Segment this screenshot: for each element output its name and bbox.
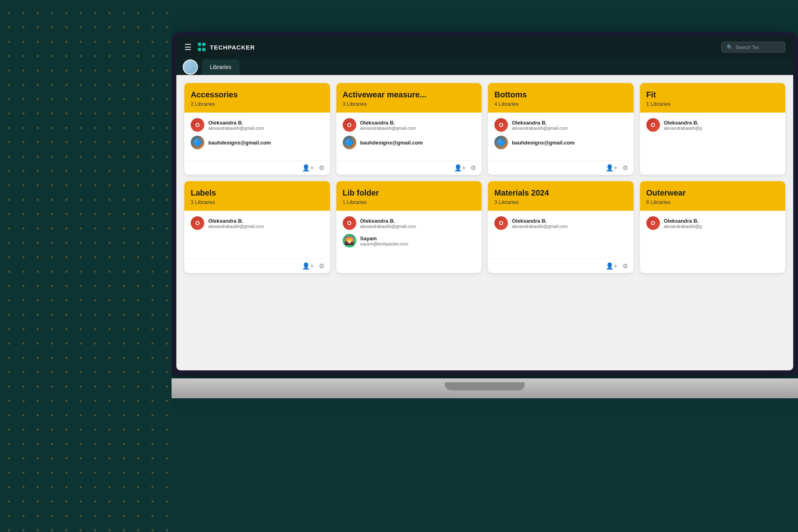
card-subtitle: 3 Libraries <box>494 199 627 205</box>
card-title: Materials 2024 <box>494 188 627 198</box>
laptop-trackpad <box>445 382 525 390</box>
card-footer: 👤+ ⚙ <box>184 160 330 175</box>
avatar: O <box>494 118 508 132</box>
member-row: O Oleksandra B. alexandrabaukh@g <box>646 216 779 230</box>
topbar: ☰ TECHPACKER 🔍 Search Tec <box>176 37 793 57</box>
member-row: 🔷 bauhdesigns@gmail.com <box>494 136 627 149</box>
tab-libraries[interactable]: Libraries <box>202 59 239 75</box>
card-body-labels: O Oleksandra B. alexandrabaukh@gmail.com <box>184 211 330 259</box>
add-member-icon[interactable]: 👤+ <box>606 164 617 172</box>
card-header-fit: Fit 1 Libraries <box>640 83 786 113</box>
member-info: Oleksandra B. alexandrabaukh@gmail.com <box>208 120 264 131</box>
card-subtitle: 2 Libraries <box>191 101 324 107</box>
card-footer: 👤+ ⚙ <box>488 160 634 175</box>
card-subtitle: 1 Libraries <box>646 101 779 107</box>
member-info: Oleksandra B. alexandrabaukh@gmail.com <box>360 120 416 131</box>
member-row: O Oleksandra B. alexandrabaukh@gmail.com <box>191 216 324 230</box>
avatar: 🔷 <box>343 136 356 149</box>
card-title: Activewear measure... <box>343 90 476 99</box>
app-logo-icon <box>198 43 207 51</box>
member-info: Oleksandra B. alexandrabaukh@gmail.com <box>360 218 416 229</box>
card-subtitle: 1 Libraries <box>343 199 476 205</box>
card-body-activewear: O Oleksandra B. alexandrabaukh@gmail.com… <box>336 113 482 160</box>
library-card-outerwear[interactable]: Outerwear 6 Libraries O Oleksandra B. al… <box>640 181 786 273</box>
settings-icon[interactable]: ⚙ <box>622 262 628 270</box>
library-card-activewear[interactable]: Activewear measure... 3 Libraries O Olek… <box>336 83 482 175</box>
avatar: 🔷 <box>191 136 204 149</box>
member-row: O Oleksandra B. alexandrabaukh@gmail.com <box>494 118 627 132</box>
library-card-materials-2024[interactable]: Materials 2024 3 Libraries O Oleksandra … <box>488 181 634 273</box>
card-body-bottoms: O Oleksandra B. alexandrabaukh@gmail.com… <box>488 113 634 160</box>
member-info: bauhdesigns@gmail.com <box>208 140 271 146</box>
card-header-activewear: Activewear measure... 3 Libraries <box>336 83 482 113</box>
card-body-fit: O Oleksandra B. alexandrabaukh@g <box>640 113 786 160</box>
avatar: O <box>191 118 204 132</box>
app-container: ☰ TECHPACKER 🔍 Search Tec <box>176 37 793 370</box>
card-header-accessories: Accessories 2 Libraries <box>184 83 330 113</box>
settings-icon[interactable]: ⚙ <box>470 164 476 172</box>
member-info: Oleksandra B. alexandrabaukh@g <box>664 120 702 131</box>
settings-icon[interactable]: ⚙ <box>319 164 324 172</box>
laptop-screen: ☰ TECHPACKER 🔍 Search Tec <box>172 32 798 375</box>
app-name: TECHPACKER <box>210 44 255 51</box>
member-info: Sayam sayam@techpacker.com <box>360 235 409 246</box>
add-member-icon[interactable]: 👤+ <box>606 262 617 270</box>
member-row: 🔷 bauhdesigns@gmail.com <box>343 136 476 149</box>
card-footer: 👤+ ⚙ <box>336 160 482 175</box>
card-subtitle: 3 Libraries <box>343 101 476 107</box>
add-member-icon[interactable]: 👤+ <box>454 164 466 172</box>
card-header-bottoms: Bottoms 4 Libraries <box>488 83 634 113</box>
tabbar: Libraries <box>176 57 793 75</box>
library-card-labels[interactable]: Labels 3 Libraries O Oleksandra B. alexa… <box>184 181 330 273</box>
member-info: Oleksandra B. alexandrabaukh@g <box>664 218 702 229</box>
card-title: Fit <box>646 90 779 99</box>
card-title: Lib folder <box>343 188 476 198</box>
avatar: O <box>343 216 356 230</box>
card-body-outerwear: O Oleksandra B. alexandrabaukh@g <box>640 211 786 259</box>
library-card-bottoms[interactable]: Bottoms 4 Libraries O Oleksandra B. alex… <box>488 83 634 175</box>
member-row: O Oleksandra B. alexandrabaukh@gmail.com <box>494 216 627 230</box>
avatar: 🌄 <box>343 234 356 247</box>
card-body-materials-2024: O Oleksandra B. alexandrabaukh@gmail.com <box>488 211 634 259</box>
member-row: 🔷 bauhdesigns@gmail.com <box>191 136 324 149</box>
add-member-icon[interactable]: 👤+ <box>302 164 314 172</box>
card-title: Accessories <box>191 90 324 99</box>
add-member-icon[interactable]: 👤+ <box>302 262 314 270</box>
member-row: O Oleksandra B. alexandrabaukh@gmail.com <box>191 118 324 132</box>
search-box[interactable]: 🔍 Search Tec <box>721 42 785 53</box>
card-header-labels: Labels 3 Libraries <box>184 181 330 211</box>
library-card-fit[interactable]: Fit 1 Libraries O Oleksandra B. alexandr… <box>640 83 786 175</box>
card-header-lib-folder: Lib folder 1 Libraries <box>336 181 482 211</box>
card-body-lib-folder: O Oleksandra B. alexandrabaukh@gmail.com… <box>336 211 482 259</box>
search-placeholder-text: Search Tec <box>735 44 759 50</box>
library-card-lib-folder[interactable]: Lib folder 1 Libraries O Oleksandra B. a… <box>336 181 482 273</box>
libraries-grid: Accessories 2 Libraries O Oleksandra B. … <box>184 83 785 273</box>
card-header-materials-2024: Materials 2024 3 Libraries <box>488 181 634 211</box>
avatar: 🔷 <box>494 136 508 149</box>
card-header-outerwear: Outerwear 6 Libraries <box>640 181 786 211</box>
card-subtitle: 3 Libraries <box>191 199 324 205</box>
avatar: O <box>343 118 356 132</box>
member-row: O Oleksandra B. alexandrabaukh@gmail.com <box>343 216 476 230</box>
library-card-accessories[interactable]: Accessories 2 Libraries O Oleksandra B. … <box>184 83 330 175</box>
menu-icon[interactable]: ☰ <box>184 42 192 52</box>
member-info: bauhdesigns@gmail.com <box>512 140 575 146</box>
main-content: Accessories 2 Libraries O Oleksandra B. … <box>176 75 793 370</box>
card-footer: 👤+ ⚙ <box>488 259 634 273</box>
avatar: O <box>646 118 660 132</box>
card-title: Labels <box>191 188 324 198</box>
avatar: O <box>646 216 660 230</box>
settings-icon[interactable]: ⚙ <box>622 164 628 172</box>
member-info: Oleksandra B. alexandrabaukh@gmail.com <box>512 120 568 131</box>
avatar: O <box>494 216 508 230</box>
card-body-accessories: O Oleksandra B. alexandrabaukh@gmail.com… <box>184 113 330 160</box>
member-info: bauhdesigns@gmail.com <box>360 140 423 146</box>
member-row: 🌄 Sayam sayam@techpacker.com <box>343 234 476 247</box>
member-info: Oleksandra B. alexandrabaukh@gmail.com <box>512 218 568 229</box>
screen-inner: ☰ TECHPACKER 🔍 Search Tec <box>176 37 793 370</box>
member-info: Oleksandra B. alexandrabaukh@gmail.com <box>208 218 264 229</box>
company-logo <box>183 59 198 75</box>
avatar: O <box>191 216 204 230</box>
card-title: Outerwear <box>646 188 779 198</box>
settings-icon[interactable]: ⚙ <box>319 262 324 270</box>
